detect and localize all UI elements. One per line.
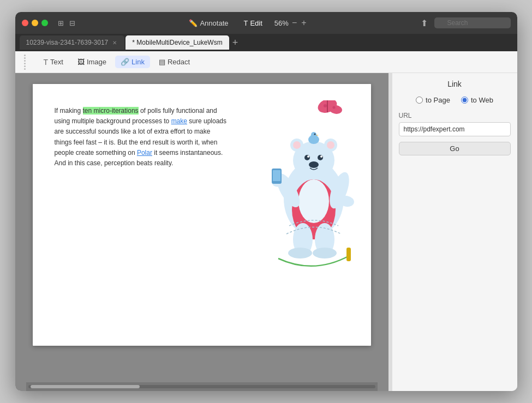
zoom-control: 56% − + <box>274 18 308 28</box>
to-web-radio-label[interactable]: to Web <box>461 96 493 104</box>
minimize-button[interactable] <box>32 20 38 26</box>
tab-1-label: 10239-visa-2341-7639-3017 <box>26 39 109 46</box>
horizontal-scrollbar[interactable] <box>26 382 378 391</box>
titlebar-icons: ⊞ ⊟ <box>58 19 75 27</box>
zoom-value: 56% <box>274 19 289 27</box>
redact-tool-label: Redact <box>168 58 190 66</box>
share-button[interactable]: ⬆ <box>419 18 430 28</box>
image-tool-button[interactable]: 🖼 Image <box>72 56 112 68</box>
link-tool-icon: 🔗 <box>121 58 129 66</box>
link-tool-label: Link <box>131 58 145 66</box>
toolbar: T Text 🖼 Image 🔗 Link ▤ Redact <box>15 51 517 73</box>
to-page-radio-label[interactable]: to Page <box>416 96 450 104</box>
link-tool-button[interactable]: 🔗 Link <box>115 56 150 68</box>
edit-label: Edit <box>250 19 262 27</box>
content-area: If making ten micro-iterations of polls … <box>15 73 517 391</box>
annotate-button[interactable]: ✏️ Annotate <box>186 17 231 29</box>
link-text-polar: Polar <box>137 149 152 157</box>
svg-point-5 <box>324 104 327 107</box>
svg-point-19 <box>309 161 319 168</box>
pdf-viewer[interactable]: If making ten micro-iterations of polls … <box>15 73 388 391</box>
link-text-make: make <box>171 117 187 125</box>
pdf-page: If making ten micro-iterations of polls … <box>33 84 371 346</box>
url-input[interactable] <box>399 122 511 136</box>
pdf-text-content: If making ten micro-iterations of polls … <box>55 106 229 169</box>
tab-1-close[interactable]: ✕ <box>111 40 118 46</box>
panel-title: Link <box>399 80 511 88</box>
close-button[interactable] <box>22 20 28 26</box>
text-tool-icon: T <box>44 58 49 67</box>
grid-view-icon[interactable]: ⊟ <box>69 19 75 27</box>
search-container: 🔍 <box>434 17 511 28</box>
zoom-out-button[interactable]: − <box>291 18 298 28</box>
svg-point-29 <box>313 248 337 258</box>
tab-2[interactable]: * MobileMultiDevice_LukeWsm <box>125 35 229 50</box>
search-input[interactable] <box>434 17 511 28</box>
svg-rect-30 <box>346 248 351 261</box>
tab-add-button[interactable]: + <box>232 37 238 49</box>
edit-icon: T <box>243 19 248 27</box>
scrollbar-track <box>28 385 375 388</box>
edit-button[interactable]: T Edit <box>240 17 265 29</box>
zoom-in-button[interactable]: + <box>300 18 307 28</box>
pencil-icon: ✏️ <box>189 19 198 27</box>
go-button[interactable]: Go <box>399 142 511 155</box>
to-page-radio[interactable] <box>416 97 423 104</box>
tab-2-label: * MobileMultiDevice_LukeWsm <box>132 39 222 46</box>
svg-point-34 <box>314 134 315 135</box>
svg-point-28 <box>288 248 312 258</box>
scrollbar-thumb[interactable] <box>31 385 140 388</box>
to-web-radio[interactable] <box>461 97 468 104</box>
svg-point-18 <box>320 155 322 158</box>
app-window: ⊞ ⊟ ✏️ Annotate T Edit 56% − + ⬆ 🔍 <box>15 12 517 391</box>
url-label: URL <box>399 112 511 119</box>
svg-point-16 <box>318 155 323 160</box>
right-panel: Link to Page to Web URL Go <box>392 73 517 391</box>
to-page-label: to Page <box>426 96 450 104</box>
svg-point-17 <box>307 155 309 158</box>
fullscreen-button[interactable] <box>41 20 48 26</box>
text-tool-label: Text <box>50 58 63 66</box>
svg-point-33 <box>311 132 316 137</box>
svg-point-14 <box>327 141 334 149</box>
link-type-radio-group: to Page to Web <box>399 96 511 104</box>
svg-point-12 <box>293 141 301 149</box>
redact-tool-button[interactable]: ▤ Redact <box>153 56 195 68</box>
tabs-bar: 10239-visa-2341-7639-3017 ✕ * MobileMult… <box>15 34 517 51</box>
svg-point-9 <box>298 179 329 223</box>
svg-rect-25 <box>273 170 280 181</box>
redact-tool-icon: ▤ <box>159 58 165 66</box>
titlebar: ⊞ ⊟ ✏️ Annotate T Edit 56% − + ⬆ 🔍 <box>15 12 517 34</box>
text-tool-button[interactable]: T Text <box>38 56 69 69</box>
svg-point-15 <box>304 155 310 160</box>
traffic-lights <box>22 20 48 26</box>
illustration <box>262 100 366 277</box>
to-web-label: to Web <box>471 96 493 104</box>
highlighted-text: ten micro-iterations <box>83 107 139 115</box>
titlebar-tools: ✏️ Annotate T Edit 56% − + <box>186 17 307 29</box>
sidebar-toggle-icon[interactable]: ⊞ <box>58 19 64 27</box>
svg-point-6 <box>332 106 335 109</box>
image-tool-icon: 🖼 <box>77 58 85 66</box>
image-tool-label: Image <box>87 58 106 66</box>
tab-1[interactable]: 10239-visa-2341-7639-3017 ✕ <box>20 35 125 50</box>
annotate-label: Annotate <box>200 19 228 27</box>
drag-handle <box>24 55 32 70</box>
